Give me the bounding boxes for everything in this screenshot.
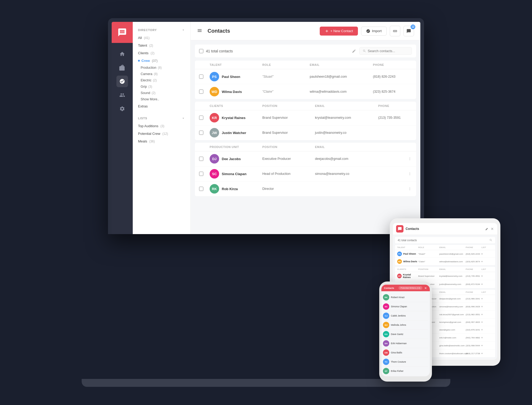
phone-contact-name: Melinda Johns (391, 324, 406, 326)
lists-section-header: LISTS (133, 114, 190, 122)
main-content: Contacts + New Contact Import (191, 22, 420, 234)
avatar: PS (210, 72, 219, 81)
prod-header: PRODUCTION UNIT POSITION EMAIL (195, 143, 416, 151)
import-button[interactable]: Import (361, 27, 387, 36)
contacts-toolbar: 41 total contacts (195, 45, 416, 57)
sidebar-item-sound[interactable]: Sound (2) (133, 90, 190, 96)
search-input[interactable] (368, 49, 408, 53)
potential-crew-count: (12) (162, 132, 168, 136)
more-icon[interactable] (408, 187, 412, 191)
electric-count: (2) (153, 78, 157, 82)
rail-home-icon[interactable] (116, 48, 128, 60)
prod-position-cell: Head of Production (262, 172, 315, 176)
phone-tab[interactable]: Potential Writers (13) (398, 286, 422, 290)
list-item: SC Simona Clapan (383, 302, 428, 311)
sidebar-item-grip[interactable]: Grip (3) (133, 83, 190, 90)
sidebar-item-top-auditions[interactable]: Top Auditions (3) (133, 122, 190, 130)
avatar: RK (210, 184, 219, 194)
new-contact-button[interactable]: + New Contact (320, 27, 358, 36)
sidebar-item-meals[interactable]: Meals (36) (133, 137, 190, 145)
total-contacts: 41 total contacts (206, 49, 233, 53)
sidebar-item-show-more[interactable]: Show More.. (133, 96, 190, 102)
row-checkbox[interactable] (199, 116, 203, 120)
tablet-email: paulsheen18@gmail.com (439, 253, 466, 255)
contact-name: Krystal Raines (222, 116, 245, 120)
list-item: DG Dave Gantz (383, 330, 428, 339)
sidebar-item-clients[interactable]: Clients (2) (133, 49, 190, 57)
phone-contact-name: Robert Kirazi (391, 296, 405, 299)
crew-count: (37) (152, 59, 157, 63)
phone-close-icon[interactable] (424, 287, 427, 290)
row-checkbox[interactable] (199, 131, 203, 135)
sidebar-item-electric[interactable]: Electric (2) (133, 77, 190, 83)
row-checkbox[interactable] (199, 75, 203, 79)
contact-name: Paul Sheen (222, 75, 240, 79)
phone-header: Contacts Potential Writers (13) (381, 285, 430, 291)
tablet-talent-header: TALENT ROLE EMAIL PHONE LIST (395, 245, 495, 250)
rail-groups-icon[interactable] (116, 89, 128, 101)
sidebar-item-crew[interactable]: Crew (37) (133, 57, 190, 65)
phone-avatar: CJ (383, 313, 389, 319)
prod-email-cell: simona@leanometry.co (315, 172, 378, 176)
phone-thom-couture: Thom Couture (391, 360, 406, 363)
tablet-title: Contacts (406, 227, 483, 231)
production-label: Production (141, 66, 156, 70)
phone-avatar: EH (383, 340, 389, 347)
link-button[interactable] (390, 26, 400, 36)
email-cell: justin@leanometry.co (315, 131, 378, 135)
table-row: RK Rob Kirza Director (195, 181, 416, 196)
tablet-search-icon[interactable] (489, 239, 492, 242)
icon-rail (112, 22, 133, 234)
edit-icon[interactable] (352, 49, 356, 53)
phone-title: Contacts (384, 287, 397, 289)
notifications-button[interactable]: 12 (403, 26, 414, 36)
row-checkbox[interactable] (199, 90, 203, 94)
table-row: WD Wilma Davis "Claire" wilma@wilmaddavi… (195, 84, 416, 99)
phone-inner: Contacts Potential Writers (13) RK Rober… (381, 285, 430, 376)
show-more-label: Show More.. (141, 97, 159, 101)
tablet-avatar: PS (397, 251, 402, 256)
row-actions (378, 157, 412, 161)
prod-name-cell: RK Rob Kirza (210, 184, 262, 194)
tablet-close-icon[interactable] (490, 227, 494, 231)
lists-label: LISTS (138, 117, 147, 120)
email-cell: paulsheen18@gmail.com (310, 75, 373, 78)
sidebar-item-extras[interactable]: Extras (133, 102, 190, 110)
position-cell: Brand Supervisor (262, 131, 315, 135)
clients-header: CLIENTS POSITION EMAIL PHONE LIST (195, 102, 416, 110)
role-cell: "Stuart" (262, 75, 310, 78)
tablet-row: PS Paul Sheen "Stuart" paulsheen18@gmail… (395, 250, 495, 258)
active-indicator (138, 60, 140, 62)
talent-header: TALENT ROLE EMAIL PHONE LIST (195, 61, 416, 69)
sidebar-item-camera[interactable]: Camera (8) (133, 71, 190, 77)
row-checkbox[interactable] (199, 187, 203, 191)
more-icon[interactable] (408, 172, 412, 176)
more-icon[interactable] (408, 157, 412, 161)
sidebar-item-all[interactable]: All (41) (133, 34, 190, 42)
rail-briefcase-icon[interactable] (116, 62, 128, 73)
search-icon (363, 49, 366, 53)
tablet-edit-icon[interactable] (485, 227, 489, 231)
sidebar-item-production[interactable]: Production (8) (133, 65, 190, 71)
phone-contact-name: Gina Bailis (391, 351, 402, 354)
list-item: TC Thom Couture (383, 357, 428, 367)
row-checkbox[interactable] (199, 157, 203, 161)
rail-contacts-icon[interactable] (116, 76, 128, 87)
app-logo[interactable] (112, 22, 133, 43)
tablet-clients-header: CLIENTS POSITION EMAIL PHONE LIST (395, 267, 495, 272)
tablet-name-cell: PS Paul Sheen (397, 251, 418, 256)
tablet-contact-name: Krystal Raines (403, 273, 418, 279)
menu-icon[interactable] (197, 28, 202, 34)
search-box[interactable] (359, 47, 412, 55)
select-all-checkbox[interactable] (199, 49, 203, 53)
talent-name-cell: PS Paul Sheen (210, 72, 262, 81)
tablet-phone: (818) 826-2243 (466, 253, 481, 255)
rail-settings-icon[interactable] (116, 103, 128, 115)
email-cell: wilma@wilmaddavis.com (310, 90, 373, 93)
sidebar-item-potential-crew[interactable]: Potential Crew (12) (133, 130, 190, 137)
electric-label: Electric (141, 78, 151, 82)
prod-position-col: POSITION (262, 145, 315, 149)
row-checkbox[interactable] (199, 172, 203, 176)
contacts-area: 41 total contacts (191, 40, 420, 234)
sidebar-item-talent[interactable]: Talent (2) (133, 42, 190, 49)
